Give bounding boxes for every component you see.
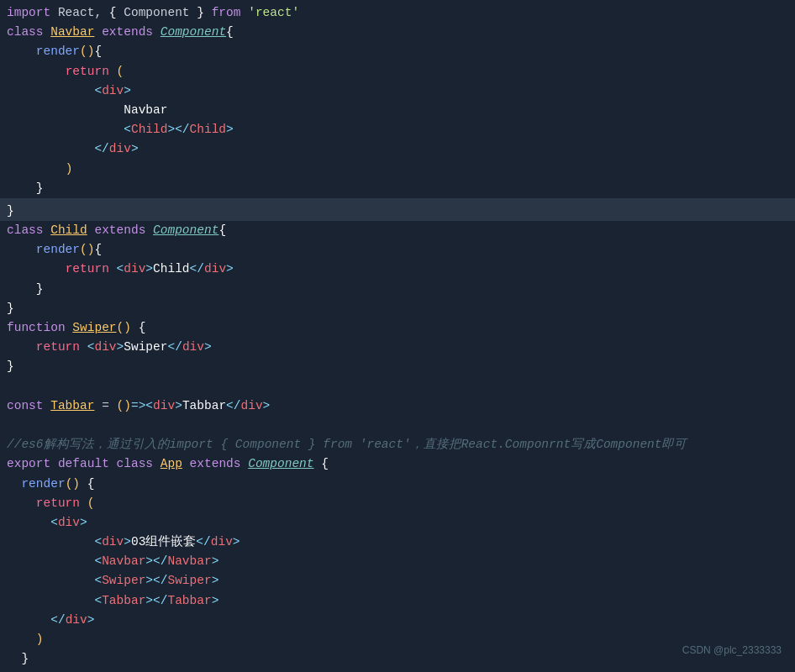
- code-line: export default class App extends Compone…: [0, 454, 795, 474]
- code-line: class Navbar extends Component{: [0, 23, 795, 42]
- code-line: return <div>Swiper</div>: [0, 338, 795, 357]
- code-line: }: [0, 299, 795, 318]
- code-line: ): [0, 160, 795, 179]
- code-line: class Child extends Component{: [0, 221, 795, 240]
- code-line: render(){: [0, 240, 795, 260]
- code-line: import React, { Component } from 'react': [0, 3, 795, 23]
- code-line: }: [0, 649, 795, 669]
- code-line: //es6解构写法，通过引入的import { Component } from…: [0, 435, 795, 454]
- code-line: return (: [0, 494, 795, 513]
- code-line: const Tabbar = ()=><div>Tabbar</div>: [0, 396, 795, 416]
- code-line: function Swiper() {: [0, 318, 795, 338]
- code-line: <Tabbar></Tabbar>: [0, 591, 795, 611]
- code-line: Navbar: [0, 101, 795, 120]
- code-line: [0, 416, 795, 435]
- code-line: return <div>Child</div>: [0, 260, 795, 279]
- code-line: <div>: [0, 513, 795, 533]
- code-line: <Swiper></Swiper>: [0, 571, 795, 591]
- code-line: return (: [0, 62, 795, 81]
- code-line: }: [0, 202, 795, 221]
- code-line: <Navbar></Navbar>: [0, 552, 795, 571]
- code-line: ): [0, 630, 795, 649]
- code-line: }: [0, 280, 795, 299]
- code-line: }: [0, 357, 795, 376]
- code-line: <div>03组件嵌套</div>: [0, 533, 795, 552]
- code-editor: import React, { Component } from 'react'…: [0, 0, 795, 672]
- code-line: <div>: [0, 81, 795, 101]
- watermark: CSDN @plc_2333333: [682, 643, 782, 659]
- code-line: [0, 377, 795, 396]
- code-line: render(){: [0, 42, 795, 61]
- code-line: <Child></Child>: [0, 120, 795, 139]
- code-line: </div>: [0, 611, 795, 630]
- code-line: </div>: [0, 139, 795, 159]
- code-line: }: [0, 179, 795, 198]
- code-line: render() {: [0, 475, 795, 494]
